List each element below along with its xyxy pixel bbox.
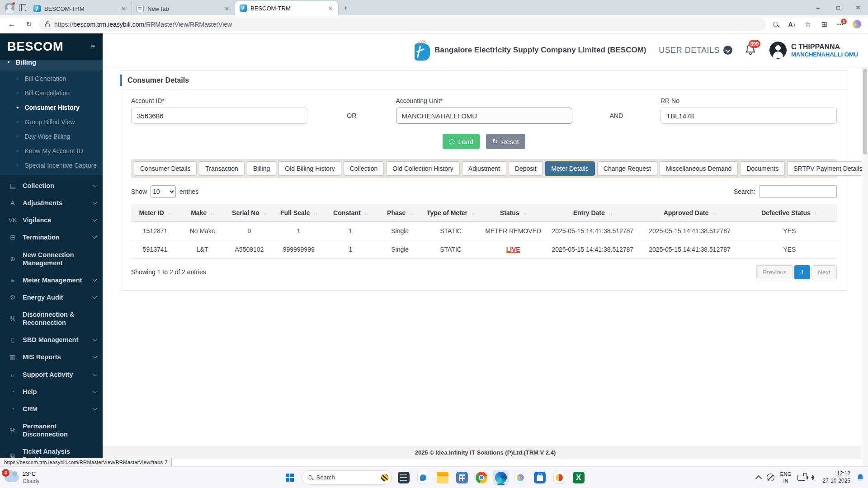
window-minimize-button[interactable] bbox=[808, 0, 828, 15]
table-search-input[interactable] bbox=[759, 185, 837, 198]
page-size-select[interactable]: 10 bbox=[151, 185, 176, 198]
taskbar-icon-notepad[interactable] bbox=[396, 470, 411, 485]
tab-close-icon[interactable]: × bbox=[326, 4, 335, 12]
sidebar-item-vigilance[interactable]: VKVigilance bbox=[0, 211, 103, 229]
pagination-page-1[interactable]: 1 bbox=[794, 265, 811, 279]
taskbar-clock[interactable]: 12:12 27-10-2025 bbox=[823, 470, 850, 484]
load-button[interactable]: Load bbox=[443, 134, 479, 149]
tab-close-icon[interactable]: × bbox=[223, 5, 231, 13]
sidebar-item-day-wise-billing[interactable]: ○Day Wise Billing bbox=[0, 129, 103, 144]
sort-icon[interactable]: ↑↓ bbox=[409, 211, 413, 216]
sidebar-item-meter-management[interactable]: ≡Meter Management bbox=[0, 272, 103, 289]
sidebar-item-bill-cancellation[interactable]: ○Bill Cancellation bbox=[0, 86, 103, 100]
favorites-star-icon[interactable] bbox=[801, 18, 815, 31]
tab-old-collection-history[interactable]: Old Collection History bbox=[386, 161, 460, 176]
column-header-type-of-meter[interactable]: Type of Meter↑↓ bbox=[423, 204, 478, 221]
sidebar-item-adjustments[interactable]: AAdjustments bbox=[0, 194, 103, 211]
sidebar-item-support-activity[interactable]: ∩Support Activity bbox=[0, 366, 103, 383]
sidebar-item-energy-audit[interactable]: ⚙Energy Audit bbox=[0, 289, 103, 306]
column-header-constant[interactable]: Constant↑↓ bbox=[325, 204, 377, 221]
sidebar-item-crm[interactable]: ◔CRM bbox=[0, 400, 103, 418]
pagination-next[interactable]: Next bbox=[811, 265, 837, 279]
taskbar-icon-explorer[interactable] bbox=[435, 470, 450, 485]
browser-tab-bescom-trm[interactable]: BESCOM-TRM× bbox=[29, 2, 132, 15]
settings-more-icon[interactable]: 1 bbox=[834, 18, 847, 31]
hidden-icons-chevron[interactable] bbox=[755, 475, 762, 481]
scrollbar-thumb[interactable] bbox=[863, 69, 867, 155]
sort-icon[interactable]: ↑↓ bbox=[609, 211, 612, 216]
sidebar-item-disconnection-reconnection[interactable]: %Disconnection & Reconnection bbox=[0, 306, 103, 331]
taskbar-icon-excel[interactable] bbox=[571, 470, 586, 485]
notification-center-bell-icon[interactable] bbox=[856, 473, 864, 482]
sidebar-toggle-icon[interactable] bbox=[90, 42, 95, 52]
read-aloud-icon[interactable] bbox=[785, 18, 798, 31]
zoom-icon[interactable] bbox=[769, 18, 782, 31]
network-icon[interactable] bbox=[797, 475, 805, 481]
tab-adjustment[interactable]: Adjustment bbox=[462, 161, 506, 176]
window-close-button[interactable] bbox=[848, 0, 868, 15]
taskbar-icon-copilot[interactable] bbox=[513, 470, 528, 485]
taskbar-search-box[interactable]: Search bbox=[302, 470, 392, 485]
user-details-dropdown[interactable]: USER DETAILS bbox=[659, 46, 732, 55]
sidebar-item-termination[interactable]: ⊟Termination bbox=[0, 229, 103, 246]
sort-icon[interactable]: ↑↓ bbox=[168, 211, 171, 216]
tab-transaction[interactable]: Transaction bbox=[199, 161, 245, 176]
tab-collection[interactable]: Collection bbox=[344, 161, 384, 176]
browser-profile-icon[interactable] bbox=[5, 3, 14, 13]
browser-tab-new-tab[interactable]: New tab× bbox=[132, 2, 235, 15]
tab-srtpv-payment-details[interactable]: SRTPV Payment Details bbox=[787, 161, 868, 176]
column-header-approved-date[interactable]: Approved Date↑↓ bbox=[637, 204, 742, 221]
tab-deposit[interactable]: Deposit bbox=[509, 161, 542, 176]
sidebar-item-sbd-management[interactable]: ▯SBD Management bbox=[0, 331, 103, 348]
taskbar-icon-chat[interactable] bbox=[415, 470, 431, 485]
sidebar-item-group-billed-view[interactable]: ○Group Billed View bbox=[0, 115, 103, 129]
weather-widget[interactable]: 4 23°C Cloudy bbox=[5, 470, 39, 484]
sidebar-item-know-my-account-id[interactable]: ○Know My Account ID bbox=[0, 144, 103, 158]
accounting-unit-input[interactable] bbox=[396, 108, 572, 124]
sidebar-item-billing[interactable]: ● Billing bbox=[0, 60, 103, 70]
notifications-bell[interactable]: 899 bbox=[744, 42, 758, 58]
page-scrollbar[interactable] bbox=[862, 67, 868, 466]
sidebar-item-help[interactable]: ◔Help bbox=[0, 383, 103, 400]
tab-change-request[interactable]: Change Request bbox=[597, 161, 657, 176]
collections-icon[interactable] bbox=[817, 18, 831, 31]
copilot-icon[interactable] bbox=[850, 18, 863, 31]
lock-icon[interactable] bbox=[45, 23, 50, 27]
sidebar-item-consumer-history[interactable]: ●Consumer History bbox=[0, 100, 103, 115]
user-profile[interactable]: C THIPPANNA MANCHENAHALLI OMU bbox=[769, 42, 858, 59]
refresh-button[interactable] bbox=[22, 17, 36, 32]
column-header-full-scale[interactable]: Full Scale↑↓ bbox=[273, 204, 325, 221]
column-header-defective-status[interactable]: Defective Status↑↓ bbox=[742, 204, 837, 221]
taskbar-icon-calculator[interactable] bbox=[454, 470, 470, 485]
taskbar-icon-edge[interactable] bbox=[493, 470, 509, 485]
sort-icon[interactable]: ↑↓ bbox=[313, 211, 317, 216]
tab-consumer-details[interactable]: Consumer Details bbox=[134, 161, 197, 176]
tab-search-icon[interactable] bbox=[19, 4, 26, 11]
account-id-input[interactable] bbox=[131, 108, 307, 124]
start-button[interactable] bbox=[282, 470, 297, 485]
tab-close-icon[interactable]: × bbox=[120, 5, 128, 13]
browser-tab-bescom-trm[interactable]: BESCOM-TRM× bbox=[235, 1, 338, 15]
sidebar-item-new-connection-management[interactable]: ⊕New Connection Management bbox=[0, 246, 103, 272]
sort-icon[interactable]: ↑↓ bbox=[364, 211, 368, 216]
taskbar-icon-store[interactable] bbox=[532, 470, 547, 485]
sidebar-item-bill-generation[interactable]: ○Bill Generation bbox=[0, 71, 103, 86]
window-maximize-button[interactable] bbox=[828, 0, 848, 15]
column-header-make[interactable]: Make↑↓ bbox=[179, 204, 226, 221]
volume-icon[interactable] bbox=[811, 475, 814, 480]
live-status-link[interactable]: LIVE bbox=[506, 246, 520, 253]
pagination-previous[interactable]: Previous bbox=[756, 265, 793, 279]
new-tab-button[interactable] bbox=[340, 2, 352, 14]
column-header-serial-no[interactable]: Serial No↑↓ bbox=[226, 204, 273, 221]
tab-meter-details[interactable]: Meter Details bbox=[545, 161, 594, 176]
reset-button[interactable]: Reset bbox=[486, 134, 525, 149]
sidebar-item-special-incentive-capture[interactable]: ○Special Incentive Capture bbox=[0, 158, 103, 173]
sort-icon[interactable]: ↑↓ bbox=[523, 211, 527, 216]
sort-icon[interactable]: ↑↓ bbox=[263, 211, 267, 216]
back-button[interactable] bbox=[5, 17, 19, 32]
tab-old-billing-history[interactable]: Old Billing History bbox=[278, 161, 341, 176]
taskbar-icon-paint[interactable] bbox=[552, 470, 567, 485]
column-header-meter-id[interactable]: Meter ID↑↓ bbox=[131, 204, 179, 221]
tab-documents[interactable]: Documents bbox=[740, 161, 785, 176]
sidebar-item-collection[interactable]: ▤Collection bbox=[0, 177, 103, 194]
